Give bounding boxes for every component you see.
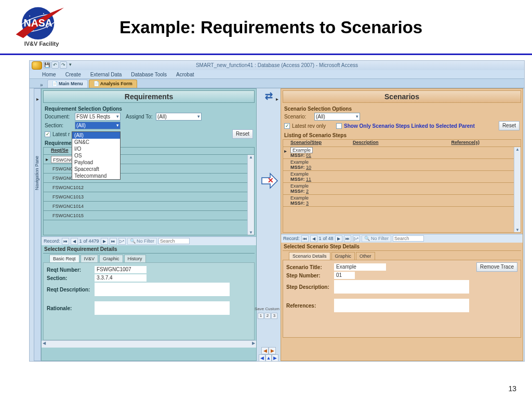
tab-analysis-form[interactable]: 📄 Analysis Form xyxy=(89,79,137,88)
ribbon-tab-dbtools[interactable]: Database Tools xyxy=(131,72,167,77)
scrollbar-vertical[interactable] xyxy=(247,155,254,235)
tab-graphic[interactable]: Graphic xyxy=(99,255,123,262)
tab-history[interactable]: History xyxy=(124,255,146,262)
ribbon-tab-create[interactable]: Create xyxy=(65,72,81,77)
nav-search-input[interactable] xyxy=(158,238,190,244)
navigation-pane[interactable]: Navigation Pane xyxy=(34,88,41,361)
section-option[interactable]: Spacecraft xyxy=(72,166,120,172)
latest-rev-label-scn: Latest rev only xyxy=(292,123,326,129)
nav-last-icon[interactable]: ⏭ xyxy=(110,238,117,245)
nav-new-icon[interactable]: ▷* xyxy=(353,235,360,242)
assigned-label: Assignd To: xyxy=(126,114,154,119)
list-item[interactable]: ExampleMSS#: 11 xyxy=(283,171,521,183)
section-option[interactable]: (All) xyxy=(72,132,120,139)
row-selector-icon[interactable]: ▸ xyxy=(284,148,287,154)
step-number-field[interactable]: 01 xyxy=(334,272,355,279)
nav-next-icon[interactable]: ▶ xyxy=(101,238,108,245)
req-reset-button[interactable]: Reset xyxy=(232,129,253,139)
sync-icon[interactable]: ⇄ xyxy=(265,90,273,102)
list-item[interactable]: FSWGNC1015 xyxy=(51,212,100,219)
nav-first-icon[interactable]: ⏮ xyxy=(301,235,309,242)
list-item[interactable]: ExampleMSS#: 01 xyxy=(283,147,521,159)
navpad-b[interactable]: ▶ xyxy=(269,347,276,354)
show-only-checkbox[interactable] xyxy=(336,123,342,129)
scenario-title-label: Scenario Title: xyxy=(286,264,331,270)
assigned-select[interactable]: (All)▾ xyxy=(156,113,202,121)
office-button-icon[interactable] xyxy=(32,61,42,70)
list-item[interactable]: ExampleMSS#: 10 xyxy=(283,159,521,171)
scn-reset-button[interactable]: Reset xyxy=(499,121,520,130)
qat-redo-icon[interactable]: ↷ xyxy=(60,61,67,69)
latest-rev-label: Latest r xyxy=(52,131,70,137)
reqt-number-label: Reqt Number: xyxy=(47,267,91,273)
list-item[interactable]: FSWGNC1013 xyxy=(51,193,100,201)
nav-prev-icon[interactable]: ◀ xyxy=(71,238,78,245)
nav-prev-icon[interactable]: ◀ xyxy=(310,235,317,242)
qat-undo-icon[interactable]: ↶ xyxy=(51,61,59,69)
row-selector-icon[interactable]: ▸ xyxy=(46,156,51,162)
step-desc-field[interactable] xyxy=(334,280,469,294)
svg-text:NASA: NASA xyxy=(24,17,52,29)
ribbon-tab-acrobat[interactable]: Acrobat xyxy=(176,72,194,77)
nav-search-input[interactable] xyxy=(393,235,424,242)
nav-new-icon[interactable]: ▷* xyxy=(118,238,126,245)
tab-scenario-details[interactable]: Scenario Details xyxy=(289,252,330,260)
nav-filter[interactable]: 🔍 No Filter xyxy=(127,238,157,245)
reqt-desc-field[interactable] xyxy=(95,283,230,296)
custom-btn-2[interactable]: 2 xyxy=(264,313,271,319)
ribbon-tab-external[interactable]: External Data xyxy=(90,72,122,77)
chevron-down-icon: ▾ xyxy=(195,114,200,119)
scn-details-heading: Selected Scenario Step Details xyxy=(283,243,521,251)
section-option[interactable]: I/O xyxy=(72,145,120,152)
tab-basic-reqt[interactable]: Basic Reqt xyxy=(49,255,79,262)
rationale-field[interactable] xyxy=(95,301,230,315)
tab-main-menu[interactable]: 📄 Main Menu xyxy=(47,79,88,88)
nav-next-icon[interactable]: ▶ xyxy=(335,235,342,242)
list-item[interactable]: FSWGNC1012 xyxy=(51,184,100,191)
tab-graphic-scn[interactable]: Graphic xyxy=(331,252,355,260)
navpad-up[interactable]: ▲ xyxy=(265,354,272,362)
req-details: Selected Requirement Details ▸ Basic Req… xyxy=(43,245,255,340)
tab-other[interactable]: Other xyxy=(356,252,375,260)
scn-col-1: Scenario/Step xyxy=(290,140,322,147)
tab-ivv[interactable]: IV&V xyxy=(81,255,99,262)
middle-gutter: ⇄ ✕ Save Custom 1 2 3 ◀▶ ◀▲▶ xyxy=(257,88,281,361)
list-item[interactable]: ExampleMSS#: 3 xyxy=(283,195,521,207)
scrollbar-vertical[interactable] xyxy=(514,147,521,232)
ribbon-tab-home[interactable]: Home xyxy=(42,72,56,77)
document-select[interactable]: FSW L5 Reqts▾ xyxy=(75,113,121,121)
scenario-select[interactable]: (All)▾ xyxy=(314,113,360,121)
nav-pane-toggle-icon[interactable]: » xyxy=(40,82,46,88)
section-option[interactable]: GN&C xyxy=(72,139,120,145)
transfer-arrow-icon[interactable]: ✕ xyxy=(260,171,278,191)
custom-btn-1[interactable]: 1 xyxy=(258,313,264,319)
navpad-right[interactable]: ▶ xyxy=(272,354,278,362)
list-item[interactable]: ExampleMSS#: 2 xyxy=(283,183,521,195)
qat-customize-icon[interactable]: ▾ xyxy=(68,61,72,69)
scenario-label: Scenario: xyxy=(284,114,312,119)
caret-icon: ▸ xyxy=(36,96,39,102)
list-item[interactable]: FSWGNC1014 xyxy=(51,203,100,210)
section-detail-field[interactable]: 3.3.7.4 xyxy=(95,274,147,282)
latest-rev-checkbox-scn[interactable]: ✓ xyxy=(284,123,290,129)
remove-trace-button[interactable]: Remove Trace xyxy=(476,262,517,272)
nav-last-icon[interactable]: ⏭ xyxy=(344,235,351,242)
scn-record-nav: Record: ⏮ ◀ 1 of 48 ▶ ⏭ ▷* 🔍 No Filter xyxy=(281,234,523,243)
navpad-a[interactable]: ◀ xyxy=(261,347,269,354)
section-option[interactable]: OS xyxy=(72,152,120,159)
scn-col-3: Reference(s) xyxy=(451,140,480,147)
reqt-number-field[interactable]: FSWGNC1007 xyxy=(95,266,147,273)
section-option[interactable]: Payload xyxy=(72,159,120,166)
custom-btn-3[interactable]: 3 xyxy=(271,313,277,319)
qat-save-icon[interactable]: 💾 xyxy=(43,61,50,69)
nav-first-icon[interactable]: ⏮ xyxy=(62,238,69,245)
scrollbar-horizontal[interactable]: ◀▶ xyxy=(42,340,256,348)
latest-rev-checkbox[interactable]: ✓ xyxy=(45,131,50,137)
scenario-title-field[interactable]: Example xyxy=(334,263,386,271)
section-option[interactable]: Telecommand xyxy=(72,172,120,179)
navpad-left[interactable]: ◀ xyxy=(259,354,265,362)
section-select[interactable]: (All)▾ xyxy=(75,122,121,129)
references-field[interactable] xyxy=(334,299,469,312)
nav-filter[interactable]: 🔍 No Filter xyxy=(362,235,392,242)
svg-point-5 xyxy=(47,27,48,28)
